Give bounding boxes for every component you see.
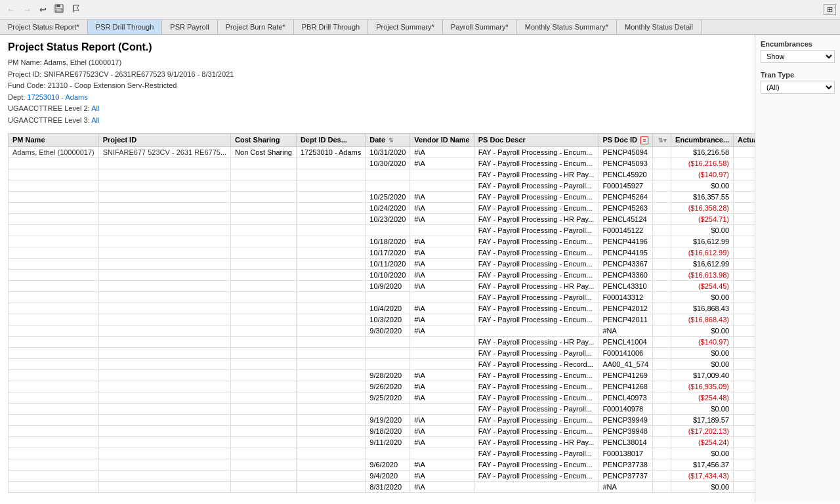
table-row[interactable]: 9/18/2020 #\A FAY - Payroll Processing -… bbox=[9, 425, 755, 436]
cell-encumbrance: $16,612.99 bbox=[671, 258, 734, 269]
tran-type-select[interactable]: (All) bbox=[761, 81, 835, 94]
cell-cost-sharing bbox=[231, 213, 297, 224]
cell-encumbrance: ($17,202.13) bbox=[671, 425, 734, 436]
cell-cost-sharing bbox=[231, 224, 297, 236]
tab-psr-payroll[interactable]: PSR Payroll bbox=[162, 20, 217, 34]
cell-project-id bbox=[98, 180, 230, 191]
filter-icon[interactable]: ≡ bbox=[640, 136, 648, 144]
tab-project-summary[interactable]: Project Summary* bbox=[368, 20, 443, 34]
table-row[interactable]: 10/4/2020 #\A FAY - Payroll Processing -… bbox=[9, 303, 755, 314]
cell-date: 10/9/2020 bbox=[366, 280, 410, 291]
cell-vendor: #\A bbox=[410, 436, 474, 448]
save-button[interactable] bbox=[52, 3, 66, 16]
table-row[interactable]: 10/18/2020 #\A FAY - Payroll Processing … bbox=[9, 236, 755, 247]
cell-extra bbox=[653, 470, 671, 481]
cell-actual: $0.00 bbox=[734, 247, 755, 258]
cell-project-id bbox=[98, 403, 230, 414]
dept-link[interactable]: 17253010 - Adams bbox=[27, 93, 87, 101]
tab-project-burn-rate[interactable]: Project Burn Rate* bbox=[218, 20, 294, 34]
table-row[interactable]: 9/28/2020 #\A FAY - Payroll Processing -… bbox=[9, 369, 755, 381]
table-row[interactable]: 10/9/2020 #\A FAY - Payroll Processing -… bbox=[9, 280, 755, 291]
tab-monthly-status-detail[interactable]: Monthly Status Detail bbox=[617, 20, 702, 34]
col-descr[interactable]: PS Doc Descr bbox=[474, 133, 598, 146]
cell-vendor: #\A bbox=[410, 258, 474, 269]
forward-button[interactable]: → bbox=[20, 3, 34, 16]
col-encumbrance[interactable]: Encumbrance... bbox=[671, 133, 734, 146]
table-row[interactable]: FAY - Payroll Processing - HR Pay... PEN… bbox=[9, 169, 755, 180]
table-row[interactable]: 9/11/2020 #\A FAY - Payroll Processing -… bbox=[9, 436, 755, 448]
cell-cost-sharing bbox=[231, 169, 297, 180]
cell-doc-id: PENCP44196 bbox=[598, 236, 653, 247]
maximize-button[interactable]: ⊞ bbox=[824, 4, 836, 15]
table-row[interactable]: FAY - Payroll Processing - HR Pay... PEN… bbox=[9, 336, 755, 347]
cell-descr: FAY - Payroll Processing - Encum... bbox=[474, 258, 598, 269]
cell-vendor: #\A bbox=[410, 481, 474, 492]
col-pm-name[interactable]: PM Name bbox=[9, 133, 99, 146]
cell-descr: FAY - Payroll Processing - Encum... bbox=[474, 470, 598, 481]
tab-psr-drill-through[interactable]: PSR Drill Through bbox=[88, 20, 162, 34]
cell-descr bbox=[474, 481, 598, 492]
tab-pbr-drill-through[interactable]: PBR Drill Through bbox=[294, 20, 368, 34]
back-to-button[interactable]: ↩ bbox=[37, 3, 49, 16]
cell-pm-name bbox=[9, 202, 99, 213]
table-row[interactable]: FAY - Payroll Processing - Payroll... F0… bbox=[9, 403, 755, 414]
tab-monthly-status-summary[interactable]: Monthly Status Summary* bbox=[517, 20, 617, 34]
table-row[interactable]: 9/6/2020 #\A FAY - Payroll Processing - … bbox=[9, 459, 755, 470]
cell-dept bbox=[296, 158, 365, 169]
col-extra[interactable]: ⇅▾ bbox=[653, 133, 671, 146]
cell-actual: $0.00 bbox=[734, 436, 755, 448]
table-row[interactable]: FAY - Payroll Processing - Payroll... F0… bbox=[9, 347, 755, 358]
cell-descr: FAY - Payroll Processing - Encum... bbox=[474, 414, 598, 425]
cell-pm-name bbox=[9, 236, 99, 247]
table-row[interactable]: 9/25/2020 #\A FAY - Payroll Processing -… bbox=[9, 392, 755, 403]
table-row[interactable]: 10/24/2020 #\A FAY - Payroll Processing … bbox=[9, 202, 755, 213]
cell-doc-id: PENCL41004 bbox=[598, 336, 653, 347]
table-row[interactable]: 9/26/2020 #\A FAY - Payroll Processing -… bbox=[9, 381, 755, 392]
tab-project-status-report[interactable]: Project Status Report* bbox=[0, 20, 88, 34]
encumbrances-select[interactable]: Show Hide bbox=[761, 50, 835, 63]
cell-vendor: #\A bbox=[410, 381, 474, 392]
cell-descr: FAY - Payroll Processing - Encum... bbox=[474, 202, 598, 213]
table-row[interactable]: FAY - Payroll Processing - Payroll... F0… bbox=[9, 224, 755, 236]
cell-vendor: #\A bbox=[410, 369, 474, 381]
col-doc-id[interactable]: PS Doc ID ≡ bbox=[598, 133, 653, 146]
table-row[interactable]: 10/3/2020 #\A FAY - Payroll Processing -… bbox=[9, 314, 755, 325]
table-row[interactable]: 9/19/2020 #\A FAY - Payroll Processing -… bbox=[9, 414, 755, 425]
table-row[interactable]: 10/10/2020 #\A FAY - Payroll Processing … bbox=[9, 269, 755, 280]
table-row[interactable]: 10/17/2020 #\A FAY - Payroll Processing … bbox=[9, 247, 755, 258]
table-row[interactable]: FAY - Payroll Processing - Record... AA0… bbox=[9, 358, 755, 369]
cell-doc-id: PENCP45093 bbox=[598, 158, 653, 169]
col-date[interactable]: Date ⇅ bbox=[366, 133, 410, 146]
table-row[interactable]: Adams, Ethel (10000017) SNIFARE677 523CV… bbox=[9, 146, 755, 158]
cell-project-id bbox=[98, 369, 230, 381]
back-button[interactable]: ← bbox=[4, 3, 18, 16]
cell-cost-sharing bbox=[231, 280, 297, 291]
col-actual[interactable]: Actual Amount bbox=[734, 133, 755, 146]
table-row[interactable]: 8/31/2020 #\A #NA $0.00 $2,320.85 bbox=[9, 481, 755, 492]
cell-encumbrance: ($254.48) bbox=[671, 392, 734, 403]
col-cost-sharing[interactable]: Cost Sharing bbox=[231, 133, 297, 146]
cell-dept bbox=[296, 236, 365, 247]
table-row[interactable]: 10/23/2020 #\A FAY - Payroll Processing … bbox=[9, 213, 755, 224]
table-row[interactable]: FAY - Payroll Processing - Payroll... F0… bbox=[9, 448, 755, 459]
project-id-label: Project ID: bbox=[8, 70, 41, 78]
table-row[interactable]: 10/11/2020 #\A FAY - Payroll Processing … bbox=[9, 258, 755, 269]
col-dept-id[interactable]: Dept ID Des... bbox=[296, 133, 365, 146]
cell-cost-sharing bbox=[231, 247, 297, 258]
col-vendor[interactable]: Vendor ID Name bbox=[410, 133, 474, 146]
table-row[interactable]: 10/25/2020 #\A FAY - Payroll Processing … bbox=[9, 191, 755, 202]
ugaaccttree2-link[interactable]: All bbox=[91, 104, 99, 112]
flag-button[interactable] bbox=[69, 3, 83, 16]
cell-project-id bbox=[98, 336, 230, 347]
cell-actual: $0.00 bbox=[734, 146, 755, 158]
table-row[interactable]: 10/30/2020 #\A FAY - Payroll Processing … bbox=[9, 158, 755, 169]
table-row[interactable]: FAY - Payroll Processing - Payroll... F0… bbox=[9, 180, 755, 191]
cell-project-id bbox=[98, 448, 230, 459]
ugaaccttree3-link[interactable]: All bbox=[91, 116, 99, 124]
table-row[interactable]: 9/4/2020 #\A FAY - Payroll Processing - … bbox=[9, 470, 755, 481]
col-project-id[interactable]: Project ID bbox=[98, 133, 230, 146]
table-row[interactable]: FAY - Payroll Processing - Payroll... F0… bbox=[9, 291, 755, 303]
cell-project-id bbox=[98, 236, 230, 247]
table-row[interactable]: 9/30/2020 #\A #NA $0.00 $207.33 bbox=[9, 325, 755, 336]
tab-payroll-summary[interactable]: Payroll Summary* bbox=[443, 20, 517, 34]
